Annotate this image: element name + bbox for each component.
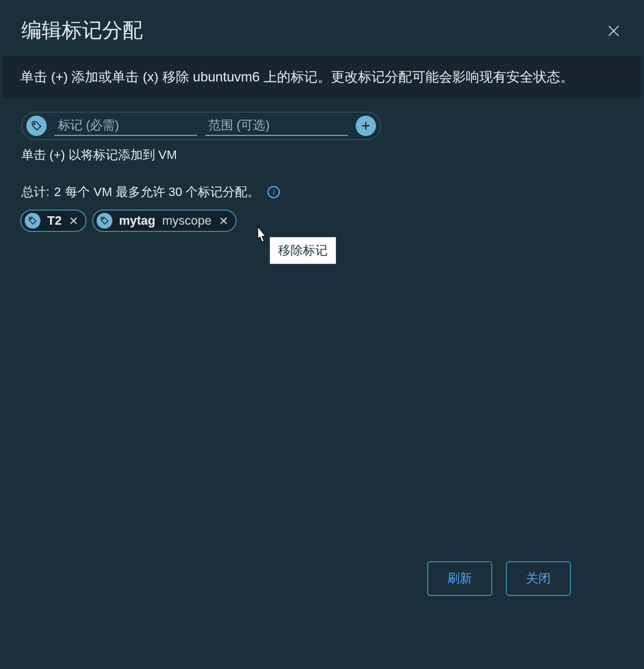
info-icon[interactable]: i [267,186,280,198]
chip-tag-label: T2 [47,213,62,228]
scope-input[interactable] [205,116,348,136]
modal-title: 编辑标记分配 [21,17,143,44]
tag-chip: mytag myscope [92,210,237,232]
close-button[interactable]: 关闭 [506,561,571,596]
totals-row: 总计: 2 每个 VM 最多允许 30 个标记分配。 i [21,184,623,201]
svg-point-5 [30,219,31,220]
tag-input[interactable] [55,116,197,136]
tag-input-row [21,112,381,140]
modal-header: 编辑标记分配 [0,0,644,56]
hint-text: 单击 (+) 以将标记添加到 VM [21,147,623,163]
chip-scope-label: myscope [162,213,211,228]
info-banner: 单击 (+) 添加或单击 (x) 移除 ubuntuvm6 上的标记。更改标记分… [2,56,642,98]
tag-icon [25,213,40,229]
tag-icon [97,213,112,229]
totals-count: 2 [54,185,61,199]
svg-point-2 [34,123,35,125]
chip-tag-label: mytag [119,213,156,228]
svg-point-8 [102,219,103,220]
remove-tag-icon[interactable] [219,216,229,226]
refresh-button[interactable]: 刷新 [427,561,492,596]
tooltip: 移除标记 [270,237,336,264]
chips-row: T2 mytag myscope [20,210,624,232]
add-button[interactable] [356,116,376,136]
tag-chip: T2 [20,210,87,232]
close-icon[interactable] [605,22,623,40]
tag-icon [26,116,47,136]
totals-suffix: 每个 VM 最多允许 30 个标记分配。 [65,184,260,201]
remove-tag-icon[interactable] [69,216,79,226]
footer: 刷新 关闭 [427,561,571,596]
totals-prefix: 总计: [21,184,49,201]
